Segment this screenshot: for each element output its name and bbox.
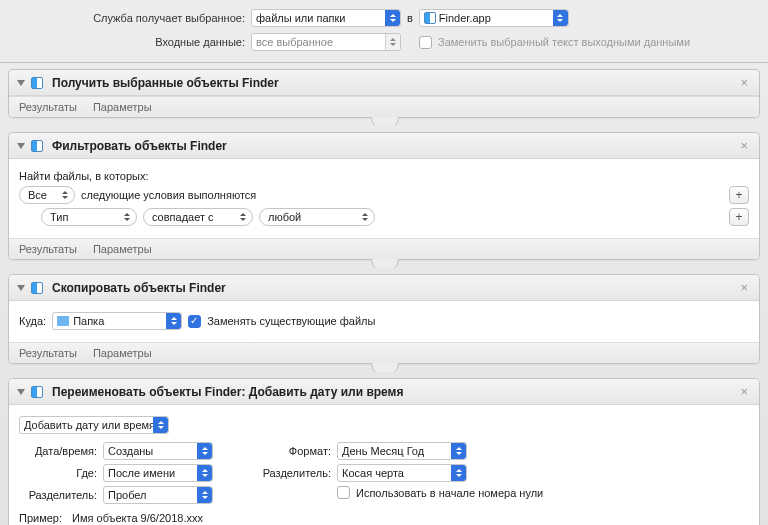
condition-operator-value: совпадает с: [152, 211, 214, 223]
separator1-label: Разделитель:: [19, 489, 97, 501]
dropdown-caps-icon: [153, 417, 168, 433]
dropdown-caps-icon: [197, 487, 212, 503]
replace-text-checkbox[interactable]: [419, 36, 432, 49]
action-get-selected-finder-items: Получить выбранные объекты Finder × Резу…: [8, 69, 760, 118]
rename-mode-value: Добавить дату или время: [24, 419, 155, 431]
disclosure-triangle-icon[interactable]: [17, 285, 25, 291]
service-config-bar: Служба получает выбранное: файлы или пап…: [0, 0, 768, 63]
separator1-select[interactable]: Пробел: [103, 486, 213, 504]
where-select[interactable]: После имени: [103, 464, 213, 482]
finder-icon: [424, 12, 436, 24]
folder-icon: [57, 316, 69, 326]
service-app-select[interactable]: Finder.app: [419, 9, 569, 27]
action-title: Переименовать объекты Finder: Добавить д…: [52, 385, 404, 399]
replace-existing-label: Заменять существующие файлы: [207, 315, 375, 327]
service-input-type-select[interactable]: файлы или папки: [251, 9, 401, 27]
finder-icon: [31, 140, 43, 152]
condition-field-value: Тип: [50, 211, 68, 223]
condition-operator-select[interactable]: совпадает с: [143, 208, 253, 226]
close-icon[interactable]: ×: [737, 138, 751, 153]
dropdown-caps-icon: [197, 443, 212, 459]
where-label: Где:: [19, 467, 97, 479]
service-receives-label: Служба получает выбранное:: [12, 12, 245, 24]
find-files-label: Найти файлы, в которых:: [19, 170, 149, 182]
disclosure-triangle-icon[interactable]: [17, 389, 25, 395]
separator2-label: Разделитель:: [253, 467, 331, 479]
replace-text-label: Заменить выбранный текст выходными данны…: [438, 36, 690, 48]
action-title: Фильтровать объекты Finder: [52, 139, 227, 153]
separator1-value: Пробел: [108, 489, 147, 501]
connector-notch-icon: [369, 117, 399, 126]
dropdown-caps-icon: [451, 443, 466, 459]
action-header[interactable]: Фильтровать объекты Finder ×: [9, 133, 759, 159]
connector-notch-icon: [369, 259, 399, 268]
action-header[interactable]: Скопировать объекты Finder ×: [9, 275, 759, 301]
example-label: Пример:: [19, 512, 62, 524]
params-tab[interactable]: Параметры: [93, 243, 152, 255]
condition-value-value: любой: [268, 211, 301, 223]
destination-value: Папка: [73, 315, 104, 327]
replace-existing-checkbox[interactable]: [188, 315, 201, 328]
params-tab[interactable]: Параметры: [93, 347, 152, 359]
close-icon[interactable]: ×: [737, 75, 751, 90]
format-label: Формат:: [253, 445, 331, 457]
date-time-label: Дата/время:: [19, 445, 97, 457]
in-label: в: [407, 12, 413, 24]
input-data-value: все выбранное: [256, 36, 333, 48]
action-footer: Результаты Параметры: [9, 238, 759, 259]
finder-icon: [31, 282, 43, 294]
input-data-label: Входные данные:: [12, 36, 245, 48]
condition-field-select[interactable]: Тип: [41, 208, 137, 226]
disclosure-triangle-icon[interactable]: [17, 80, 25, 86]
condition-value-select[interactable]: любой: [259, 208, 375, 226]
results-tab[interactable]: Результаты: [19, 243, 77, 255]
dropdown-caps-icon: [197, 465, 212, 481]
leading-zeros-label: Использовать в начале номера нули: [356, 487, 543, 499]
action-title: Получить выбранные объекты Finder: [52, 76, 279, 90]
destination-label: Куда:: [19, 315, 46, 327]
results-tab[interactable]: Результаты: [19, 101, 77, 113]
input-data-select[interactable]: все выбранное: [251, 33, 401, 51]
separator2-select[interactable]: Косая черта: [337, 464, 467, 482]
service-app-value: Finder.app: [439, 12, 491, 24]
action-header[interactable]: Переименовать объекты Finder: Добавить д…: [9, 379, 759, 405]
match-scope-value: Все: [28, 189, 47, 201]
results-tab[interactable]: Результаты: [19, 347, 77, 359]
action-title: Скопировать объекты Finder: [52, 281, 226, 295]
match-scope-select[interactable]: Все: [19, 186, 75, 204]
add-subcondition-button[interactable]: +: [729, 208, 749, 226]
date-time-select[interactable]: Созданы: [103, 442, 213, 460]
disclosure-triangle-icon[interactable]: [17, 143, 25, 149]
dropdown-caps-icon: [451, 465, 466, 481]
workflow-area: Получить выбранные объекты Finder × Резу…: [0, 63, 768, 525]
separator2-value: Косая черта: [342, 467, 404, 479]
dropdown-caps-icon: [553, 10, 568, 26]
action-footer: Результаты Параметры: [9, 342, 759, 363]
dropdown-caps-icon: [166, 313, 181, 329]
close-icon[interactable]: ×: [737, 280, 751, 295]
finder-icon: [31, 386, 43, 398]
connector-notch-icon: [369, 363, 399, 372]
action-filter-finder-items: Фильтровать объекты Finder × Найти файлы…: [8, 132, 760, 260]
action-footer: Результаты Параметры: [9, 96, 759, 117]
service-input-type-value: файлы или папки: [256, 12, 345, 24]
params-tab[interactable]: Параметры: [93, 101, 152, 113]
date-time-value: Созданы: [108, 445, 153, 457]
example-value: Имя объекта 9/6/2018.xxx: [72, 512, 203, 524]
close-icon[interactable]: ×: [737, 384, 751, 399]
format-value: День Месяц Год: [342, 445, 424, 457]
finder-icon: [31, 77, 43, 89]
conditions-suffix-label: следующие условия выполняются: [81, 189, 256, 201]
where-value: После имени: [108, 467, 175, 479]
dropdown-caps-icon: [385, 34, 400, 50]
action-copy-finder-items: Скопировать объекты Finder × Куда: Папка…: [8, 274, 760, 364]
add-condition-button[interactable]: +: [729, 186, 749, 204]
rename-mode-select[interactable]: Добавить дату или время: [19, 416, 169, 434]
destination-select[interactable]: Папка: [52, 312, 182, 330]
action-rename-finder-items: Переименовать объекты Finder: Добавить д…: [8, 378, 760, 525]
dropdown-caps-icon: [385, 10, 400, 26]
leading-zeros-checkbox[interactable]: [337, 486, 350, 499]
format-select[interactable]: День Месяц Год: [337, 442, 467, 460]
action-header[interactable]: Получить выбранные объекты Finder ×: [9, 70, 759, 96]
